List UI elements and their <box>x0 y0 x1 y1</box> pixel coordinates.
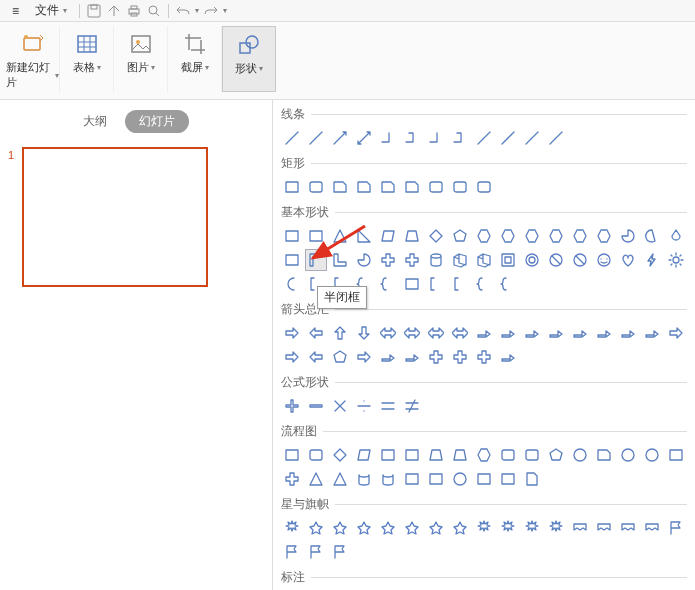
shape-item[interactable] <box>329 176 351 198</box>
shape-item[interactable] <box>545 322 567 344</box>
file-menu[interactable]: 文件▾ <box>29 0 73 21</box>
shape-item[interactable] <box>401 346 423 368</box>
shape-item[interactable] <box>617 444 639 466</box>
shape-item[interactable] <box>665 322 687 344</box>
export-icon[interactable] <box>106 3 122 19</box>
shape-item[interactable] <box>329 322 351 344</box>
shape-item[interactable] <box>401 517 423 539</box>
shape-item[interactable] <box>281 273 303 295</box>
shape-item[interactable] <box>497 468 519 490</box>
shape-item[interactable] <box>353 346 375 368</box>
shape-item[interactable] <box>449 517 471 539</box>
shape-item[interactable] <box>401 322 423 344</box>
shape-item[interactable] <box>425 127 447 149</box>
shape-item[interactable] <box>473 249 495 271</box>
save-icon[interactable] <box>86 3 102 19</box>
shape-item[interactable] <box>521 444 543 466</box>
shape-item[interactable] <box>521 225 543 247</box>
undo-icon[interactable] <box>175 3 191 19</box>
menu-hamburger[interactable]: ≡ <box>6 2 25 20</box>
shape-item[interactable] <box>281 468 303 490</box>
shape-item[interactable] <box>305 517 327 539</box>
shape-item[interactable] <box>425 225 447 247</box>
shape-item[interactable] <box>305 541 327 563</box>
shape-item[interactable] <box>281 127 303 149</box>
shape-item[interactable] <box>305 468 327 490</box>
shape-item[interactable] <box>665 517 687 539</box>
shape-item[interactable] <box>545 127 567 149</box>
shape-item[interactable] <box>353 517 375 539</box>
shape-item[interactable] <box>377 249 399 271</box>
shape-item[interactable] <box>377 395 399 417</box>
shape-item[interactable] <box>377 176 399 198</box>
shape-item[interactable] <box>305 176 327 198</box>
shape-item[interactable] <box>305 249 327 271</box>
shape-item[interactable] <box>305 444 327 466</box>
shape-item[interactable] <box>449 468 471 490</box>
shape-item[interactable] <box>329 541 351 563</box>
shape-item[interactable] <box>545 444 567 466</box>
shape-item[interactable] <box>617 517 639 539</box>
shape-item[interactable] <box>401 249 423 271</box>
shape-item[interactable] <box>473 517 495 539</box>
shape-item[interactable] <box>329 346 351 368</box>
shape-item[interactable] <box>521 249 543 271</box>
shape-item[interactable] <box>425 346 447 368</box>
shape-item[interactable] <box>377 444 399 466</box>
shape-item[interactable] <box>449 225 471 247</box>
shape-item[interactable] <box>305 395 327 417</box>
shape-item[interactable] <box>377 322 399 344</box>
shape-item[interactable] <box>401 176 423 198</box>
shape-item[interactable] <box>617 249 639 271</box>
shape-item[interactable] <box>329 249 351 271</box>
shapes-button[interactable]: 形状▾ <box>222 26 276 92</box>
new-slide-button[interactable]: 新建幻灯片▾ <box>6 26 60 92</box>
shape-item[interactable] <box>497 517 519 539</box>
shape-item[interactable] <box>281 322 303 344</box>
shape-item[interactable] <box>377 346 399 368</box>
shape-item[interactable] <box>281 346 303 368</box>
shape-item[interactable] <box>401 273 423 295</box>
shape-item[interactable] <box>281 395 303 417</box>
shape-item[interactable] <box>305 322 327 344</box>
shape-item[interactable] <box>281 444 303 466</box>
table-button[interactable]: 表格▾ <box>60 26 114 92</box>
shape-item[interactable] <box>353 444 375 466</box>
shape-item[interactable] <box>377 468 399 490</box>
shape-item[interactable] <box>329 517 351 539</box>
shape-item[interactable] <box>377 517 399 539</box>
shape-item[interactable] <box>281 176 303 198</box>
shape-item[interactable] <box>497 346 519 368</box>
shape-item[interactable] <box>665 249 687 271</box>
shape-item[interactable] <box>305 225 327 247</box>
shape-item[interactable] <box>329 127 351 149</box>
shape-item[interactable] <box>425 176 447 198</box>
shape-item[interactable] <box>425 249 447 271</box>
shape-item[interactable] <box>425 273 447 295</box>
shape-item[interactable] <box>473 225 495 247</box>
shape-item[interactable] <box>617 322 639 344</box>
shape-item[interactable] <box>497 127 519 149</box>
shape-item[interactable] <box>353 176 375 198</box>
shape-item[interactable] <box>281 225 303 247</box>
shape-item[interactable] <box>497 273 519 295</box>
tab-slides[interactable]: 幻灯片 <box>125 110 189 133</box>
shape-item[interactable] <box>281 541 303 563</box>
shape-item[interactable] <box>521 127 543 149</box>
slide-thumbnail-1[interactable] <box>22 147 208 287</box>
shape-item[interactable] <box>569 517 591 539</box>
shape-item[interactable] <box>401 225 423 247</box>
shape-item[interactable] <box>425 468 447 490</box>
shape-item[interactable] <box>401 127 423 149</box>
shape-item[interactable] <box>473 273 495 295</box>
preview-icon[interactable] <box>146 3 162 19</box>
shape-item[interactable] <box>449 346 471 368</box>
shape-item[interactable] <box>353 249 375 271</box>
shape-item[interactable] <box>329 444 351 466</box>
shape-item[interactable] <box>545 225 567 247</box>
shape-item[interactable] <box>569 225 591 247</box>
shape-item[interactable] <box>449 444 471 466</box>
shape-item[interactable] <box>569 444 591 466</box>
shape-item[interactable] <box>353 468 375 490</box>
shape-item[interactable] <box>569 322 591 344</box>
